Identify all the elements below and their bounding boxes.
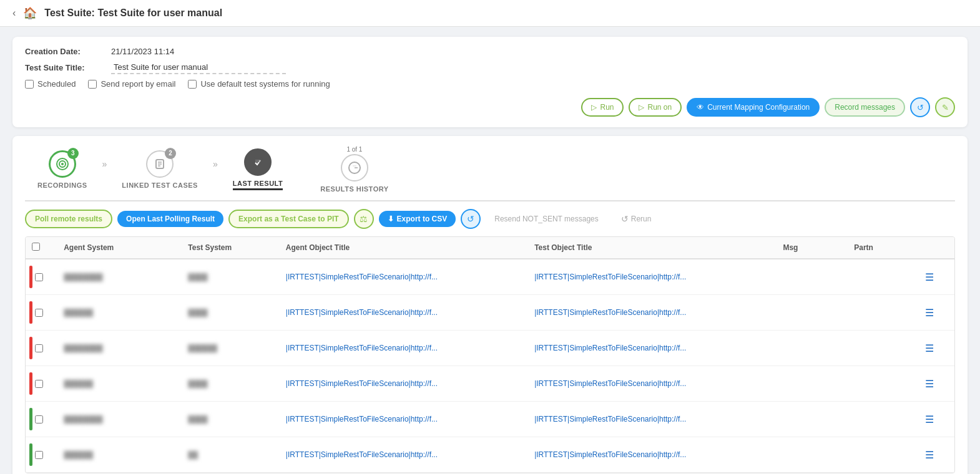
agent-title-cell: |IRTTEST|SimpleRestToFileScenario|http:/… — [280, 295, 528, 331]
menu-cell: ☰ — [919, 295, 954, 331]
record-messages-button[interactable]: Record messages — [825, 98, 905, 117]
table-row: ████████ ██████ |IRTTEST|SimpleRestToFil… — [26, 331, 954, 366]
send-report-label: Send report by email — [100, 79, 175, 89]
col-header-agent-system: Agent System — [57, 237, 182, 259]
row-checkbox[interactable] — [35, 309, 43, 317]
msg-cell — [777, 331, 848, 366]
agent-title-link[interactable]: |IRTTEST|SimpleRestToFileScenario|http:/… — [286, 415, 438, 423]
test-title-link[interactable]: |IRTTEST|SimpleRestToFileScenario|http:/… — [534, 415, 686, 423]
results-table: Agent System Test System Agent Object Ti… — [26, 237, 954, 473]
test-title-link[interactable]: |IRTTEST|SimpleRestToFileScenario|http:/… — [534, 379, 686, 388]
rerun-icon: ↺ — [621, 214, 629, 224]
row-menu-button[interactable]: ☰ — [925, 342, 934, 354]
table-row: ██████ ██ |IRTTEST|SimpleRestToFileScena… — [26, 437, 954, 473]
tabs-section: 3 RECORDINGS » 2 LINKED TEST CASES » — [12, 136, 968, 474]
export-pit-button[interactable]: Export as a Test Case to PIT — [228, 210, 349, 228]
row-checkbox[interactable] — [35, 344, 43, 352]
test-system-cell: ██ — [182, 437, 279, 473]
back-button[interactable]: ‹ — [12, 7, 16, 19]
recordings-tab-label: RECORDINGS — [37, 181, 87, 189]
status-bar-green — [29, 443, 32, 466]
table-row: ██████ ████ |IRTTEST|SimpleRestToFileSce… — [26, 366, 954, 402]
partn-cell — [848, 331, 919, 366]
row-menu-button[interactable]: ☰ — [925, 449, 934, 461]
run-button[interactable]: ▷ Run — [581, 98, 624, 117]
recordings-badge: 3 — [67, 148, 79, 159]
menu-cell: ☰ — [919, 331, 954, 366]
col-header-menu — [919, 237, 954, 259]
run-on-button[interactable]: ▷ Run on — [629, 98, 682, 117]
last-result-icon — [244, 148, 272, 176]
use-default-checkbox-label[interactable]: Use default test systems for running — [188, 79, 330, 89]
agent-title-cell: |IRTTEST|SimpleRestToFileScenario|http:/… — [280, 437, 528, 473]
home-icon[interactable]: 🏠 — [23, 6, 37, 20]
row-check-cell — [26, 295, 48, 330]
download-icon: ⬇ — [388, 215, 394, 223]
test-title-link[interactable]: |IRTTEST|SimpleRestToFileScenario|http:/… — [534, 450, 686, 459]
test-title-link[interactable]: |IRTTEST|SimpleRestToFileScenario|http:/… — [534, 344, 686, 352]
scheduled-label: Scheduled — [37, 79, 76, 89]
test-title-cell: |IRTTEST|SimpleRestToFileScenario|http:/… — [528, 295, 777, 331]
agent-title-link[interactable]: |IRTTEST|SimpleRestToFileScenario|http:/… — [286, 379, 438, 388]
row-menu-button[interactable]: ☰ — [925, 271, 934, 283]
agent-title-link[interactable]: |IRTTEST|SimpleRestToFileScenario|http:/… — [286, 344, 438, 352]
open-last-polling-button[interactable]: Open Last Polling Result — [117, 211, 223, 227]
row-checkbox[interactable] — [35, 380, 43, 388]
agent-title-link[interactable]: |IRTTEST|SimpleRestToFileScenario|http:/… — [286, 273, 438, 281]
row-check-cell — [26, 402, 48, 437]
tab-recordings[interactable]: 3 RECORDINGS — [25, 150, 100, 189]
tab-linked-test-cases[interactable]: 2 LINKED TEST CASES — [109, 150, 210, 189]
test-title-cell: |IRTTEST|SimpleRestToFileScenario|http:/… — [528, 437, 777, 473]
col-header-test-system: Test System — [182, 237, 279, 259]
test-title-link[interactable]: |IRTTEST|SimpleRestToFileScenario|http:/… — [534, 308, 686, 317]
action-bar: Poll remote results Open Last Polling Re… — [25, 201, 955, 234]
test-system-cell: ████ — [182, 259, 279, 295]
row-menu-button[interactable]: ☰ — [925, 378, 934, 390]
current-mapping-button[interactable]: 👁 Current Mapping Configuration — [687, 98, 820, 117]
row-checkbox[interactable] — [35, 415, 43, 423]
row-menu-button[interactable]: ☰ — [925, 414, 934, 425]
scale-icon-button[interactable]: ⚖ — [354, 209, 374, 229]
table-row: ██████ ████ |IRTTEST|SimpleRestToFileSce… — [26, 295, 954, 331]
tab-last-result[interactable]: LAST RESULT — [220, 148, 295, 190]
agent-title-cell: |IRTTEST|SimpleRestToFileScenario|http:/… — [280, 259, 528, 295]
msg-cell — [777, 295, 848, 331]
msg-cell — [777, 259, 848, 295]
app-header: ‹ 🏠 Test Suite: Test Suite for user manu… — [0, 0, 980, 27]
agent-system-cell: ██████ — [57, 437, 182, 473]
scheduled-checkbox[interactable] — [25, 80, 34, 89]
results-refresh-button[interactable]: ↺ — [461, 209, 481, 229]
row-checkbox[interactable] — [35, 451, 43, 459]
agent-title-link[interactable]: |IRTTEST|SimpleRestToFileScenario|http:/… — [286, 450, 438, 459]
agent-title-cell: |IRTTEST|SimpleRestToFileScenario|http:/… — [280, 331, 528, 366]
last-result-icon-wrap — [244, 148, 272, 176]
edit-button[interactable]: ✎ — [935, 97, 955, 117]
status-bar-green — [29, 408, 32, 430]
agent-title-link[interactable]: |IRTTEST|SimpleRestToFileScenario|http:/… — [286, 308, 438, 317]
menu-cell: ☰ — [919, 402, 954, 437]
svg-point-2 — [61, 163, 64, 165]
agent-system-cell: ████████ — [57, 331, 182, 366]
refresh-button[interactable]: ↺ — [910, 97, 930, 117]
send-report-checkbox[interactable] — [88, 80, 97, 89]
send-report-checkbox-label[interactable]: Send report by email — [88, 79, 175, 89]
test-title-link[interactable]: |IRTTEST|SimpleRestToFileScenario|http:/… — [534, 273, 686, 281]
test-suite-title-label: Test Suite Title: — [25, 63, 106, 72]
menu-cell: ☰ — [919, 437, 954, 473]
use-default-checkbox[interactable] — [188, 80, 197, 89]
test-system-cell: ████ — [182, 366, 279, 402]
select-all-checkbox[interactable] — [32, 243, 40, 251]
export-csv-button[interactable]: ⬇ Export to CSV — [379, 211, 456, 227]
linked-icon-wrap: 2 — [146, 150, 174, 178]
test-suite-title-input[interactable] — [111, 61, 286, 74]
row-checkbox[interactable] — [35, 273, 43, 281]
poll-remote-results-button[interactable]: Poll remote results — [25, 210, 112, 228]
test-title-cell: |IRTTEST|SimpleRestToFileScenario|http:/… — [528, 402, 777, 437]
row-check-cell — [26, 437, 48, 472]
scheduled-checkbox-label[interactable]: Scheduled — [25, 79, 76, 89]
row-menu-button[interactable]: ☰ — [925, 307, 934, 319]
agent-system-cell: ████████ — [57, 259, 182, 295]
tab-results-history[interactable]: 1 of 1 RESULTS HISTORY — [308, 146, 401, 193]
toolbar-row: ▷ Run ▷ Run on 👁 Current Mapping Configu… — [25, 97, 955, 117]
menu-cell: ☰ — [919, 259, 954, 295]
